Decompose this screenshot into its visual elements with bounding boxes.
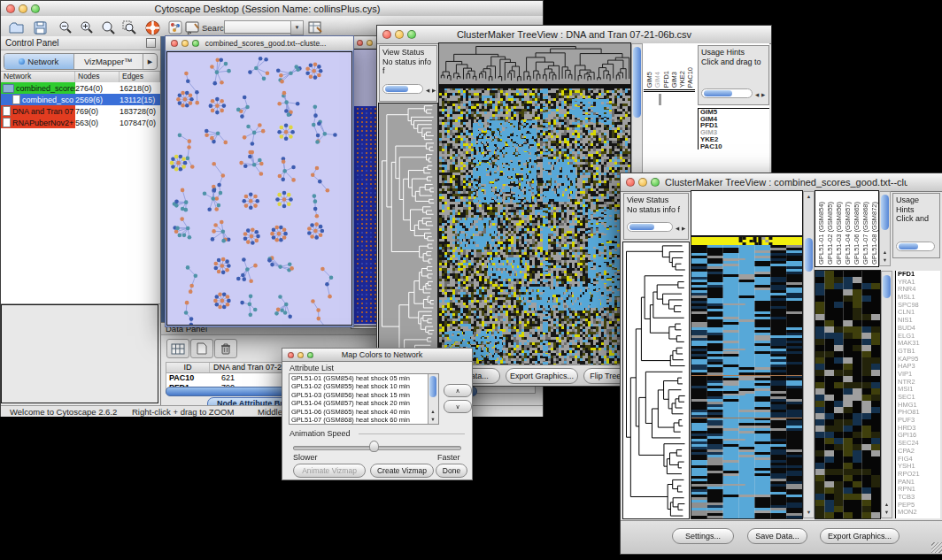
zoom-vscrollbar[interactable]: ▲ ▼	[881, 271, 892, 518]
column-label[interactable]: GPL51-03 (GSM856)	[835, 202, 844, 265]
vscroll-thumb[interactable]	[881, 195, 889, 230]
network-row[interactable]: combined_scores_ 2764(0) 16218(0)	[1, 82, 160, 94]
column-label[interactable]: GPL51-04 (GSM857)	[844, 202, 853, 265]
close-button[interactable]	[288, 352, 294, 358]
attribute-list-item[interactable]: GPL51-07 (GSM868) heat shock 60 min	[290, 416, 438, 424]
attribute-list-item[interactable]: GPL51-03 (GSM856) heat shock 15 min	[290, 391, 438, 399]
zoom-selected-button[interactable]	[120, 19, 139, 36]
status-hscrollbar[interactable]	[627, 222, 673, 232]
scroll-down-arrow[interactable]: ▼	[804, 509, 814, 517]
vizmapper-button[interactable]	[166, 19, 185, 36]
network-table-column[interactable]: Network	[1, 72, 75, 82]
settings-button[interactable]: Settings...	[672, 528, 734, 544]
done-button[interactable]: Done	[436, 464, 467, 478]
zoom-out-button[interactable]	[56, 19, 75, 36]
tab-network[interactable]: Network	[4, 54, 74, 69]
scroll-down-arrow[interactable]: ▼	[882, 509, 892, 517]
status-hscrollbar[interactable]	[382, 84, 423, 94]
network-table-column[interactable]: Edges	[120, 72, 160, 82]
save-data-button[interactable]: Save Data...	[747, 528, 807, 544]
speed-slider-thumb[interactable]	[369, 441, 379, 452]
column-label[interactable]: GPL51-06 (GSM865)	[853, 202, 861, 265]
scroll-left-arrow[interactable]: ◀	[426, 86, 429, 96]
column-label[interactable]: GIM3	[670, 72, 678, 88]
network-titlebar[interactable]: combined_scores_good.txt--cluste...	[166, 36, 353, 51]
vscroll-thumb[interactable]	[633, 47, 641, 118]
dialog-titlebar[interactable]: Map Colors to Network	[282, 349, 472, 362]
zoom-window-button[interactable]	[31, 4, 40, 13]
attribute-list-item[interactable]: GPL51-02 (GSM855) heat shock 10 min	[290, 382, 438, 390]
row-dendrogram[interactable]	[623, 242, 689, 518]
scroll-right-arrow[interactable]: ▶	[432, 86, 436, 96]
birdseye-view[interactable]	[2, 305, 158, 403]
save-file-button[interactable]	[30, 19, 50, 36]
hints-hscrollbar[interactable]	[896, 242, 935, 251]
column-label[interactable]: GPL51-08 (GSM872)	[870, 202, 878, 265]
attribute-browser-button[interactable]	[305, 19, 325, 36]
scroll-up-arrow[interactable]: ▲	[804, 193, 814, 201]
minimize-button[interactable]	[395, 30, 404, 39]
open-file-button[interactable]	[6, 19, 26, 36]
vscroll-thumb[interactable]	[429, 376, 436, 397]
network-row[interactable]: combined_sco 2569(6) 13112(15)	[1, 94, 160, 105]
scroll-right-arrow[interactable]: ▶	[761, 90, 765, 100]
close-button[interactable]	[171, 40, 178, 47]
delete-attribute-button[interactable]	[214, 339, 237, 358]
close-button[interactable]	[6, 4, 15, 13]
minimize-button[interactable]	[297, 352, 304, 358]
hints-hscrollbar[interactable]	[701, 88, 753, 98]
gene-label[interactable]: PAC10	[700, 143, 769, 150]
zoom-fit-button[interactable]	[98, 19, 118, 36]
animate-vizmap-button[interactable]: Animate Vizmap	[293, 464, 366, 478]
network-table-column[interactable]: Nodes	[75, 72, 120, 82]
network-canvas[interactable]	[167, 52, 351, 325]
scroll-left-arrow[interactable]: ◀	[676, 224, 679, 234]
scroll-left-arrow[interactable]: ◀	[755, 90, 759, 100]
create-attribute-button[interactable]	[190, 339, 213, 358]
column-label[interactable]: PAC10	[686, 67, 694, 88]
help-button[interactable]	[143, 19, 162, 36]
scroll-right-arrow[interactable]: ▶	[682, 224, 685, 234]
heatmap-main[interactable]	[439, 85, 630, 365]
treeview2-titlebar[interactable]: ClusterMaker TreeView : combined_scores_…	[621, 173, 942, 192]
close-button[interactable]	[357, 40, 363, 46]
zoom-in-button[interactable]	[77, 19, 97, 36]
minimize-button[interactable]	[19, 4, 27, 13]
scroll-down-arrow[interactable]: ▼	[429, 416, 437, 424]
vscroll-thumb[interactable]	[883, 275, 891, 298]
zoom-window-button[interactable]	[192, 40, 199, 47]
column-label[interactable]: GPL51-07 (GSM868)	[861, 202, 870, 265]
create-vizmap-button[interactable]: Create Vizmap	[370, 464, 434, 478]
export-graphics-button[interactable]: Export Graphics...	[820, 528, 900, 544]
scroll-up-arrow[interactable]: ▲	[882, 501, 892, 509]
search-dropdown-button[interactable]: ▼	[290, 20, 304, 35]
attribute-list-item[interactable]: GPL51-01 (GSM854) heat shock 05 min	[290, 374, 438, 382]
annotation-button[interactable]	[183, 19, 203, 36]
tab-vizmapper[interactable]: VizMapper™	[74, 54, 144, 69]
column-label[interactable]: GPL51-01 (GSM854)	[817, 202, 826, 265]
resize-grip[interactable]	[931, 542, 942, 553]
list-vscrollbar[interactable]: ▲ ▼	[428, 374, 438, 424]
column-label[interactable]: PFD1	[662, 71, 670, 88]
id-column-header[interactable]: ID	[166, 363, 210, 372]
select-attributes-button[interactable]	[166, 339, 189, 358]
scroll-up-arrow[interactable]: ▲	[880, 249, 890, 257]
row-dendrogram[interactable]	[379, 104, 437, 365]
zoom-window-button[interactable]	[307, 352, 313, 358]
minimize-button[interactable]	[367, 40, 373, 46]
zoom-window-button[interactable]	[651, 178, 660, 187]
attribute-list[interactable]: GPL51-01 (GSM854) heat shock 05 minGPL51…	[289, 373, 439, 425]
column-label[interactable]: GIM5	[645, 72, 653, 88]
close-button[interactable]	[382, 30, 391, 39]
export-graphics-button[interactable]: Export Graphics...	[506, 368, 578, 384]
move-up-button[interactable]: ∧	[444, 384, 472, 397]
attribute-list-item[interactable]: GPL51-04 (GSM857) heat shock 20 min	[290, 399, 438, 407]
scroll-up-arrow[interactable]: ▲	[429, 408, 437, 416]
treeview1-titlebar[interactable]: ClusterMaker TreeView : DNA and Tran 07-…	[377, 26, 771, 44]
network-row[interactable]: RNAPuberNov2+ 563(0) 107847(0)	[1, 117, 160, 128]
minimize-button[interactable]	[638, 178, 647, 187]
move-down-button[interactable]: ∨	[444, 400, 472, 413]
zoom-heatmap[interactable]	[815, 271, 880, 518]
tab-overflow-button[interactable]: ▶	[143, 54, 157, 69]
column-label[interactable]: GPL51-02 (GSM855)	[826, 202, 835, 265]
